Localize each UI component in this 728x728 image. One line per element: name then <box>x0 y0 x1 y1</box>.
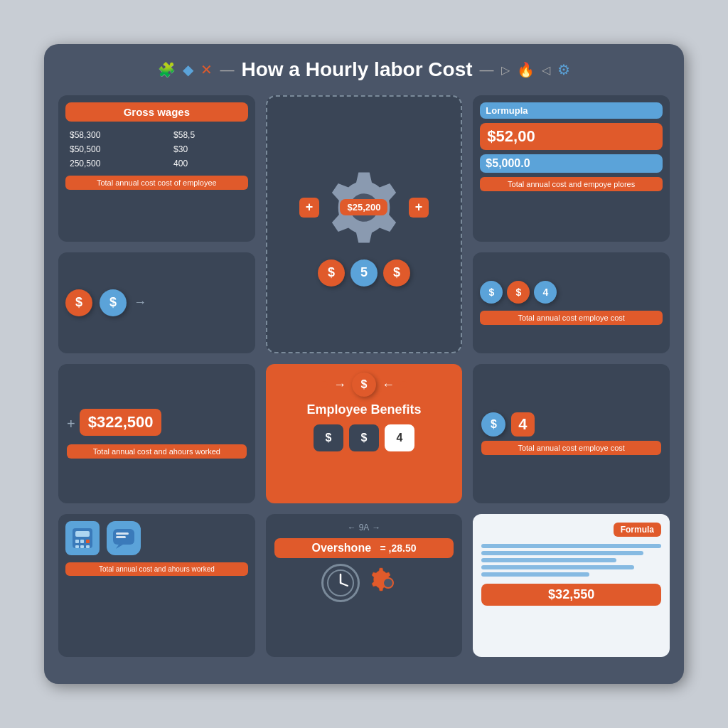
right-total-card: $ 4 Total annual cost employe cost <box>473 364 670 503</box>
right-coins-row: $ $ 4 <box>480 281 663 304</box>
page-title: How a Hourly labor Cost <box>241 58 472 81</box>
formula-label: Lormupla <box>480 102 663 119</box>
bottom-left-card: Total annual cost and ahours worked <box>58 514 255 658</box>
formula-line-2 <box>481 551 643 555</box>
bottom-left-label: Total annual cost and ahours worked <box>65 562 248 576</box>
formula-final-value: $32,550 <box>481 584 661 606</box>
formula-sub-value: $5,000.0 <box>480 154 663 173</box>
formula-line-5 <box>481 572 589 577</box>
benefits-badge-2: $ <box>349 424 379 451</box>
coin-row: $ 5 $ <box>318 259 410 287</box>
arrow-right-icon: ▷ <box>501 63 510 77</box>
wages-cell: 400 <box>171 157 247 170</box>
plus-badge-right: + <box>409 198 429 218</box>
overhead-title-text: Overshone <box>311 542 371 554</box>
cross-icon: ✕ <box>200 61 213 78</box>
wages-cell: 250,500 <box>67 157 169 170</box>
total-row: + $322,500 <box>67 409 247 440</box>
coin-2: 5 <box>350 259 378 287</box>
right-total-value: 4 <box>511 412 534 437</box>
chat-svg <box>112 526 136 550</box>
table-row: $50,500 $30 <box>67 143 247 156</box>
diamond-icon: ◆ <box>183 61 193 78</box>
wages-cell: $58,5 <box>171 129 247 141</box>
wages-cell: $30 <box>171 143 247 156</box>
bottom-center-card: ← 9A → Overshone = ,28.50 <box>266 514 463 658</box>
right-total-label: Total annual cost employe cost <box>481 441 661 455</box>
formula-badge: Formula <box>614 523 661 537</box>
svg-rect-4 <box>75 540 79 543</box>
total-sub-label: Total annual cost and ahours worked <box>67 444 247 459</box>
dot-left <box>321 381 328 388</box>
arrow-left-icon: ◁ <box>542 63 550 77</box>
clock-svg <box>326 569 355 597</box>
benefits-icons-row: $ $ 4 <box>274 424 454 451</box>
dash-icon: — <box>220 62 234 78</box>
formula-line-3 <box>481 558 616 562</box>
formula-big-value: $52,00 <box>480 123 663 150</box>
gross-wages-title: Gross wages <box>65 102 248 122</box>
bottom-center-icons <box>321 564 406 602</box>
center-gear-card: + $25,200 + $ 5 $ <box>266 95 463 353</box>
gear-small-svg <box>371 566 405 600</box>
arrows-row: + $25,200 + <box>278 168 451 247</box>
calc-svg <box>70 525 95 551</box>
svg-rect-3 <box>75 531 90 537</box>
dot-right <box>400 381 407 388</box>
left-total-card: + $322,500 Total annual cost and ahours … <box>58 364 255 503</box>
gross-wages-card: Gross wages $58,300 $58,5 $50,500 $30 25… <box>58 95 255 242</box>
gear-small-icon <box>370 565 406 601</box>
arrow-left-small: ← <box>348 523 356 532</box>
left-coin-1: $ <box>65 289 92 316</box>
right-total-coin: $ <box>481 412 505 437</box>
gross-wages-label: Total annual cost cost of employee <box>65 176 248 190</box>
right-total-row: $ 4 <box>481 412 661 437</box>
svg-rect-12 <box>116 536 126 538</box>
benefits-badge-1: $ <box>314 424 343 451</box>
gear-icon: ⚙ <box>557 61 570 78</box>
wages-cell: $58,300 <box>67 129 169 141</box>
plus-badge-left: + <box>299 198 319 218</box>
main-grid: Gross wages $58,300 $58,5 $50,500 $30 25… <box>58 95 670 657</box>
benefits-arrows: → $ ← <box>274 373 454 397</box>
employee-benefits-card: → $ ← Employee Benefits $ $ 4 <box>266 364 463 503</box>
right-arrow-connector: → <box>134 295 146 310</box>
right-coin-2: $ <box>507 281 530 304</box>
right-info-card: $ $ 4 Total annual cost employe cost <box>473 252 670 354</box>
svg-rect-6 <box>86 540 90 543</box>
segment-label: ← 9A → <box>348 523 381 532</box>
formula-top-label2: Total annual cost and empoye plores <box>480 177 663 191</box>
right-arrow: ← <box>382 378 395 392</box>
flame-icon: 🔥 <box>517 61 535 78</box>
svg-rect-11 <box>116 532 129 535</box>
wages-table: $58,300 $58,5 $50,500 $30 250,500 400 <box>65 127 248 171</box>
formula-lines <box>481 544 661 577</box>
right-coin-3: 4 <box>534 281 557 304</box>
arrow-right-small: → <box>372 523 380 532</box>
svg-rect-8 <box>80 545 84 548</box>
bottom-right-card: Formula $32,550 <box>473 514 670 658</box>
segment-text: 9A <box>359 523 370 532</box>
overhead-title: Overshone = ,28.50 <box>274 538 454 558</box>
svg-rect-5 <box>80 540 84 543</box>
formula-line-4 <box>481 565 634 569</box>
center-dollar-coin: $ <box>352 373 376 397</box>
overhead-value-inline: = ,28.50 <box>380 542 417 554</box>
main-board: 🧩 ◆ ✕ — How a Hourly labor Cost — ▷ 🔥 ◁ … <box>44 44 684 684</box>
plus-connector: + <box>67 416 75 432</box>
right-info-label: Total annual cost employe cost <box>480 311 663 325</box>
svg-marker-13 <box>116 545 123 549</box>
wages-cell: $50,500 <box>67 143 169 156</box>
chat-icon <box>107 521 141 555</box>
calculator-icon <box>65 521 100 555</box>
title-bar: 🧩 ◆ ✕ — How a Hourly labor Cost — ▷ 🔥 ◁ … <box>58 58 670 81</box>
benefits-badge-3: 4 <box>385 424 414 451</box>
svg-point-17 <box>383 578 393 588</box>
right-info-content: $ $ 4 Total annual cost employe cost <box>480 281 663 325</box>
svg-rect-7 <box>75 545 79 548</box>
gear-container: $25,200 <box>325 168 403 247</box>
puzzle-icon: 🧩 <box>158 61 176 78</box>
gear-center-badge: $25,200 <box>340 199 387 215</box>
table-row: $58,300 $58,5 <box>67 129 247 141</box>
formula-top-card: Lormupla $52,00 $5,000.0 Total annual co… <box>473 95 670 242</box>
